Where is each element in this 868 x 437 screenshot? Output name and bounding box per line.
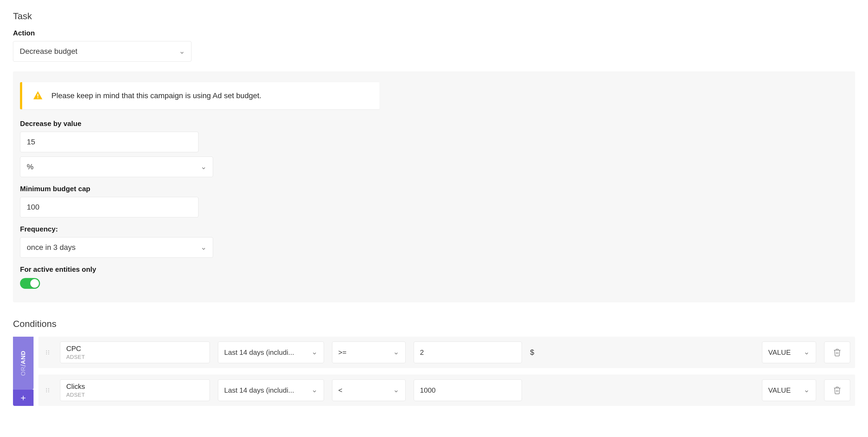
condition-row: CPC ADSET Last 14 days (includi... >= (38, 337, 855, 368)
conditions-section: Conditions OR / AND + (13, 318, 855, 406)
svg-point-8 (46, 388, 47, 389)
conditions-logic-sidebar: OR / AND + (13, 337, 34, 406)
logic-or-label: OR (20, 367, 27, 376)
value-unit: $ (530, 342, 546, 363)
chevron-down-icon (394, 350, 399, 355)
frequency-label: Frequency: (20, 225, 848, 233)
chevron-down-icon (201, 164, 206, 169)
add-symbol: + (21, 393, 26, 403)
chevron-down-icon (804, 350, 809, 355)
alert-text: Please keep in mind that this campaign i… (51, 91, 261, 100)
period-value: Last 14 days (includi... (224, 386, 294, 395)
drag-handle-icon[interactable] (43, 379, 52, 401)
chevron-down-icon (804, 387, 809, 393)
logic-and-label: AND (20, 350, 27, 364)
task-title: Task (13, 11, 855, 21)
metric-name: CPC (66, 345, 204, 353)
svg-point-9 (48, 388, 49, 389)
period-value: Last 14 days (includi... (224, 348, 294, 357)
chevron-down-icon (201, 245, 206, 250)
value-input-wrap[interactable] (414, 379, 522, 401)
svg-point-10 (46, 390, 47, 391)
action-select[interactable]: Decrease budget (13, 41, 191, 62)
min-cap-input[interactable] (27, 197, 192, 217)
action-select-value: Decrease budget (20, 47, 78, 56)
value-input[interactable] (420, 386, 516, 395)
decrease-by-input-wrap[interactable] (20, 132, 198, 152)
condition-row: Clicks ADSET Last 14 days (includi... < (38, 375, 855, 406)
metric-select[interactable]: CPC ADSET (60, 342, 210, 363)
chevron-down-icon (179, 49, 185, 54)
decrease-by-unit-value: % (27, 162, 34, 171)
drag-handle-icon[interactable] (43, 342, 52, 363)
add-condition-button[interactable]: + (13, 390, 34, 406)
alert-banner: Please keep in mind that this campaign i… (20, 82, 380, 109)
period-select[interactable]: Last 14 days (includi... (218, 342, 324, 363)
task-section: Task Action Decrease budget Please keep … (13, 11, 855, 302)
compare-type-value: VALUE (768, 348, 790, 357)
value-unit (530, 379, 546, 401)
active-only-label: For active entities only (20, 265, 848, 274)
decrease-by-input[interactable] (27, 132, 192, 152)
operator-value: < (338, 386, 342, 395)
metric-name: Clicks (66, 382, 204, 391)
decrease-by-unit-select[interactable]: % (20, 157, 213, 177)
operator-value: >= (338, 348, 346, 357)
metric-level: ADSET (66, 354, 204, 360)
svg-rect-1 (37, 97, 38, 98)
chevron-down-icon (394, 387, 399, 393)
svg-point-3 (48, 350, 49, 351)
value-input[interactable] (420, 348, 516, 357)
svg-point-4 (46, 352, 47, 353)
min-cap-input-wrap[interactable] (20, 197, 198, 217)
warning-icon (32, 90, 43, 101)
action-label: Action (13, 29, 855, 37)
delete-condition-button[interactable] (824, 379, 850, 401)
decrease-by-label: Decrease by value (20, 120, 848, 128)
toggle-knob (30, 279, 39, 288)
svg-point-5 (48, 352, 49, 353)
svg-point-6 (46, 353, 47, 354)
svg-point-13 (48, 391, 49, 392)
period-select[interactable]: Last 14 days (includi... (218, 379, 324, 401)
svg-rect-0 (37, 94, 38, 97)
logic-sep: / (19, 364, 28, 367)
active-only-toggle[interactable] (20, 278, 40, 289)
svg-point-11 (48, 390, 49, 391)
compare-type-value: VALUE (768, 386, 790, 395)
task-body: Please keep in mind that this campaign i… (13, 71, 855, 302)
metric-select[interactable]: Clicks ADSET (60, 379, 210, 401)
frequency-select[interactable]: once in 3 days (20, 237, 213, 258)
svg-point-12 (46, 391, 47, 392)
metric-level: ADSET (66, 392, 204, 398)
frequency-value: once in 3 days (27, 243, 76, 252)
conditions-title: Conditions (13, 318, 855, 329)
compare-type-select[interactable]: VALUE (762, 342, 816, 363)
compare-type-select[interactable]: VALUE (762, 379, 816, 401)
operator-select[interactable]: >= (332, 342, 406, 363)
svg-point-7 (48, 353, 49, 354)
chevron-down-icon (312, 387, 317, 393)
operator-select[interactable]: < (332, 379, 406, 401)
svg-point-2 (46, 350, 47, 351)
chevron-down-icon (312, 350, 317, 355)
logic-and-or-toggle[interactable]: OR / AND (13, 337, 34, 390)
value-input-wrap[interactable] (414, 342, 522, 363)
delete-condition-button[interactable] (824, 342, 850, 363)
min-cap-label: Minimum budget cap (20, 185, 848, 193)
